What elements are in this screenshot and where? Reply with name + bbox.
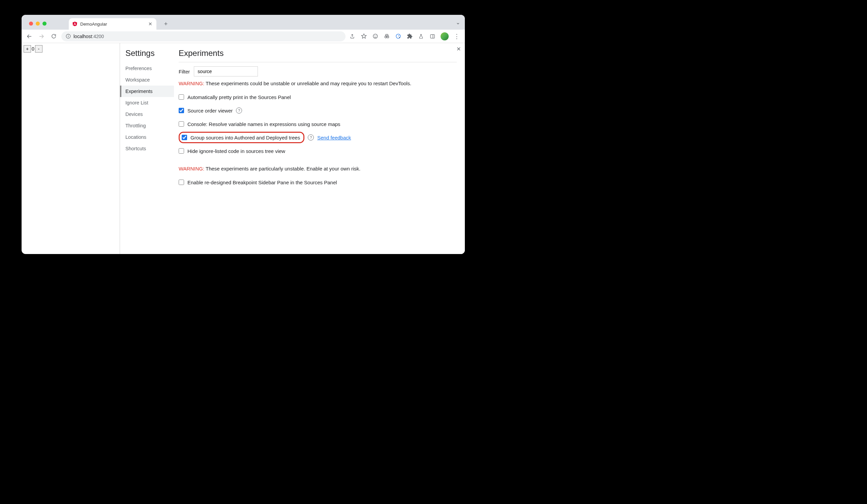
filter-label: Filter [179, 69, 190, 75]
address-bar[interactable]: localhost:4200 [61, 31, 345, 42]
decrement-button[interactable]: - [35, 45, 42, 53]
experiment-checkbox-group-sources[interactable] [182, 135, 187, 140]
experiment-row: Hide ignore-listed code in sources tree … [179, 144, 457, 158]
extension-dial-icon[interactable] [395, 33, 402, 40]
back-button[interactable] [25, 32, 34, 41]
sidepanel-icon[interactable] [429, 33, 436, 40]
settings-title: Settings [125, 48, 174, 58]
sidebar-item-preferences[interactable]: Preferences [120, 63, 174, 74]
sidebar-item-experiments[interactable]: Experiments [120, 86, 174, 97]
filter-input[interactable] [194, 66, 258, 76]
sidebar-item-locations[interactable]: Locations [120, 131, 174, 143]
angular-icon [72, 21, 77, 26]
help-icon[interactable]: ? [236, 108, 242, 113]
experiment-row: Console: Resolve variable names in expre… [179, 117, 457, 131]
counter-widget: + 0 - [24, 45, 42, 53]
sidebar-item-ignore-list[interactable]: Ignore List [120, 97, 174, 109]
experiment-label: Source order viewer [188, 108, 233, 113]
experiment-checkbox-breakpoint-sidebar[interactable] [179, 179, 184, 185]
page-content: + 0 - [22, 43, 120, 254]
reload-button[interactable] [49, 32, 58, 41]
browser-window: DemoAngular ✕ + ⌄ localhost:4200 [22, 15, 465, 254]
settings-main: Experiments Filter WARNING: These experi… [174, 43, 465, 254]
sidebar-item-devices[interactable]: Devices [120, 109, 174, 120]
increment-button[interactable]: + [24, 45, 31, 53]
tab-title: DemoAngular [80, 22, 145, 26]
experiment-label: Console: Resolve variable names in expre… [188, 121, 341, 127]
svg-point-6 [385, 36, 387, 38]
warning-particularly-unstable: WARNING: These experiments are particula… [179, 166, 457, 172]
close-settings-icon[interactable]: ✕ [457, 46, 461, 52]
toolbar-actions: ⋮ [349, 32, 461, 41]
profile-avatar[interactable] [441, 32, 449, 41]
url-host: localhost:4200 [74, 34, 104, 39]
sidebar-item-shortcuts[interactable]: Shortcuts [120, 143, 174, 154]
experiment-label: Group sources into Authored and Deployed… [191, 135, 300, 141]
experiment-checkbox-source-order[interactable] [179, 108, 184, 113]
highlight-annotation: Group sources into Authored and Deployed… [179, 132, 304, 143]
send-feedback-link[interactable]: Send feedback [317, 135, 351, 141]
extensions-puzzle-icon[interactable] [406, 33, 413, 40]
close-tab-icon[interactable]: ✕ [148, 21, 153, 26]
svg-point-9 [399, 37, 400, 38]
sidebar-item-throttling[interactable]: Throttling [120, 120, 174, 131]
sidebar-item-workspace[interactable]: Workspace [120, 74, 174, 86]
experiment-row: Automatically pretty print in the Source… [179, 90, 457, 104]
browser-menu-icon[interactable]: ⋮ [453, 33, 460, 40]
minimize-window-button[interactable] [36, 22, 40, 25]
tab-strip: DemoAngular ✕ + ⌄ [22, 15, 465, 30]
site-info-icon[interactable] [65, 34, 71, 39]
experiment-checkbox-hide-ignore-listed[interactable] [179, 148, 184, 154]
svg-rect-10 [430, 34, 435, 38]
window-controls [26, 22, 49, 30]
experiment-checkbox-pretty-print[interactable] [179, 94, 184, 100]
warning-label: WARNING: [179, 80, 204, 86]
browser-toolbar: localhost:4200 [22, 30, 465, 43]
extension-incognito-icon[interactable] [383, 33, 390, 40]
experiment-row: Enable re-designed Breakpoint Sidebar Pa… [179, 176, 457, 189]
warning-text: These experiments could be unstable or u… [204, 80, 411, 86]
new-tab-button[interactable]: + [161, 19, 171, 29]
warning-unstable: WARNING: These experiments could be unst… [179, 80, 457, 86]
forward-button[interactable] [37, 32, 46, 41]
extension-face-icon[interactable] [372, 33, 378, 40]
svg-point-4 [374, 35, 375, 36]
experiment-row-highlighted: Group sources into Authored and Deployed… [179, 131, 457, 144]
experiment-label: Enable re-designed Breakpoint Sidebar Pa… [188, 179, 337, 185]
warning-label: WARNING: [179, 166, 204, 172]
content-area: + 0 - ✕ Settings Preferences Workspace E… [22, 43, 465, 254]
svg-point-5 [375, 35, 376, 36]
browser-tab[interactable]: DemoAngular ✕ [69, 18, 157, 30]
counter-value: 0 [31, 46, 35, 52]
warning-text: These experiments are particularly unsta… [204, 166, 360, 172]
devtools-settings-panel: ✕ Settings Preferences Workspace Experim… [120, 43, 465, 254]
close-window-button[interactable] [29, 22, 33, 25]
help-icon[interactable]: ? [308, 134, 314, 141]
page-title: Experiments [179, 48, 457, 62]
svg-point-2 [68, 35, 68, 36]
settings-sidebar: Settings Preferences Workspace Experimen… [120, 43, 174, 254]
experiment-checkbox-console-resolve[interactable] [179, 121, 184, 127]
experiment-label: Hide ignore-listed code in sources tree … [188, 148, 285, 154]
share-icon[interactable] [349, 33, 356, 40]
labs-flask-icon[interactable] [418, 33, 425, 40]
tab-list-chevron-icon[interactable]: ⌄ [456, 19, 460, 25]
bookmark-star-icon[interactable] [360, 33, 367, 40]
maximize-window-button[interactable] [42, 22, 46, 25]
filter-row: Filter [179, 66, 457, 76]
svg-point-7 [387, 36, 389, 38]
svg-point-3 [373, 34, 377, 39]
experiment-row: Source order viewer ? [179, 104, 457, 117]
experiment-label: Automatically pretty print in the Source… [188, 94, 291, 100]
